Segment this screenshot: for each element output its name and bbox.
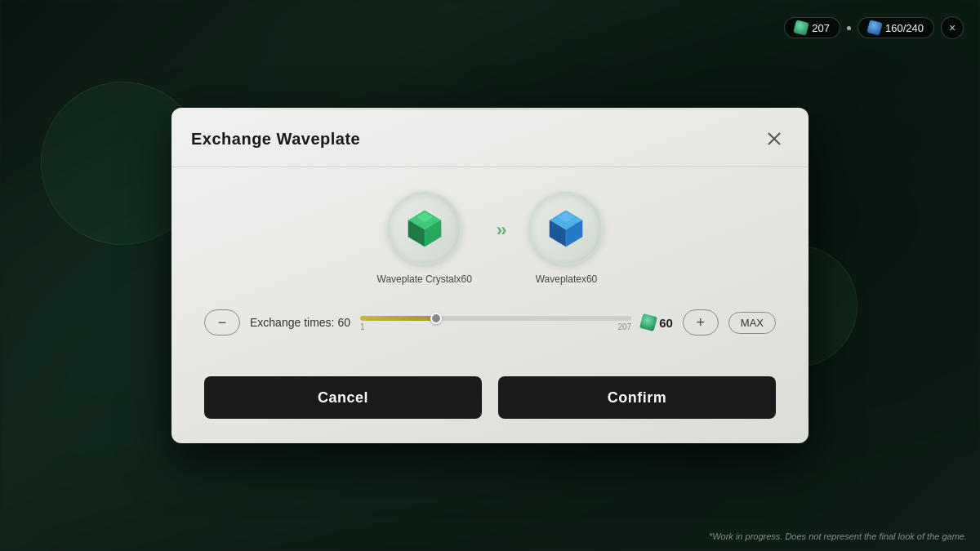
modal-body: Waveplate Crystalx60 ›› bbox=[172, 167, 808, 376]
slider-background bbox=[360, 316, 631, 321]
minus-button[interactable]: − bbox=[204, 309, 240, 335]
to-item-slot: Waveplatex60 bbox=[529, 192, 603, 285]
items-display-row: Waveplate Crystalx60 ›› bbox=[204, 192, 776, 285]
cost-display: 60 bbox=[641, 315, 673, 330]
cost-crystal-icon bbox=[639, 313, 657, 331]
to-item-label: Waveplatex60 bbox=[536, 273, 598, 285]
to-item-circle bbox=[529, 192, 603, 265]
cost-value: 60 bbox=[659, 316, 673, 330]
slider-fill bbox=[360, 316, 436, 321]
blue-crystal-icon bbox=[545, 207, 587, 250]
modal-backdrop: Exchange Waveplate bbox=[0, 0, 980, 551]
close-star-icon bbox=[763, 127, 786, 150]
modal-title: Exchange Waveplate bbox=[191, 130, 360, 149]
slider-thumb[interactable] bbox=[430, 313, 442, 324]
slider-max-label: 207 bbox=[617, 322, 631, 331]
from-item-slot: Waveplate Crystalx60 bbox=[377, 192, 472, 285]
exchange-arrow: ›› bbox=[497, 220, 506, 241]
slider-wrapper: 1 207 bbox=[360, 314, 631, 331]
exchange-modal: Exchange Waveplate bbox=[172, 108, 808, 443]
max-button[interactable]: MAX bbox=[728, 312, 776, 334]
slider-track[interactable] bbox=[360, 316, 631, 321]
from-item-label: Waveplate Crystalx60 bbox=[377, 273, 472, 285]
slider-labels: 1 207 bbox=[360, 322, 631, 331]
modal-header: Exchange Waveplate bbox=[172, 108, 808, 167]
confirm-button[interactable]: Confirm bbox=[498, 376, 776, 419]
plus-button[interactable]: + bbox=[683, 309, 719, 335]
cancel-button[interactable]: Cancel bbox=[204, 376, 482, 419]
exchange-controls-row: − Exchange times: 60 1 207 bbox=[204, 309, 776, 335]
from-item-circle bbox=[388, 192, 461, 265]
modal-footer: Cancel Confirm bbox=[172, 376, 808, 443]
slider-min-label: 1 bbox=[360, 322, 365, 331]
modal-close-button[interactable] bbox=[760, 124, 789, 153]
exchange-times-label: Exchange times: 60 bbox=[250, 316, 350, 329]
green-crystal-icon bbox=[403, 207, 446, 250]
